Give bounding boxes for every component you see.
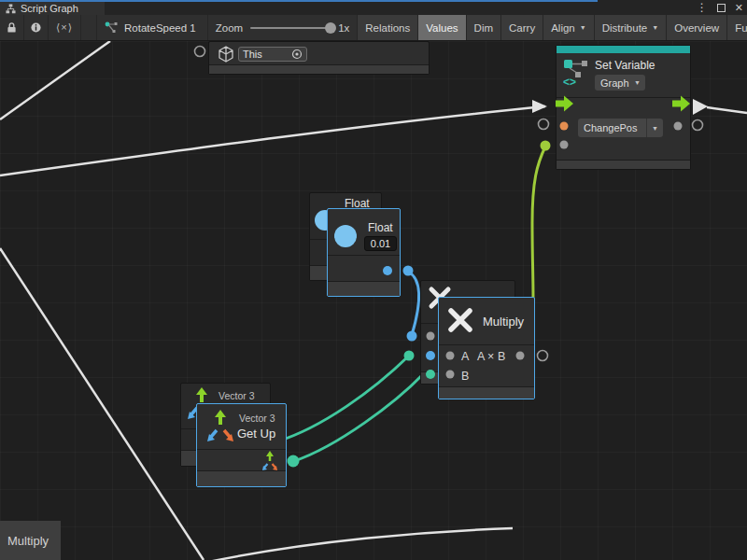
graph-canvas[interactable]: Multiply Float Float 0.01 [0, 41, 747, 560]
code-brackets-icon: ⟨×⟩ [56, 21, 73, 34]
flow-wire-bottom [200, 528, 513, 560]
variable-name-value: ChangePos [578, 122, 646, 133]
fullscreen-button[interactable]: Full Screen [727, 15, 747, 40]
dim-label: Dim [474, 22, 493, 34]
vector3-type-label: Vector 3 [218, 390, 255, 401]
window-menu-icon[interactable]: ⋮ [697, 2, 708, 14]
chevron-down-icon: ▼ [634, 75, 645, 91]
set-variable-icon: <> [562, 58, 590, 88]
multiply-node[interactable]: Multiply A A × B B [438, 297, 535, 399]
align-label: Align [551, 22, 575, 34]
relations-label: Relations [365, 22, 410, 34]
this-object-field[interactable]: This [238, 47, 307, 62]
overview-label: Overview [674, 22, 719, 34]
edit-graph-button[interactable]: ⟨×⟩ [49, 15, 81, 40]
graph-breadcrumb[interactable]: RotateSpeed 1 [97, 15, 208, 40]
distribute-button[interactable]: Distribute ▼ [595, 15, 668, 40]
align-button[interactable]: Align ▼ [543, 15, 595, 40]
vector3-type-label: Vector 3 [239, 413, 275, 424]
chevron-down-icon: ▼ [580, 24, 586, 31]
zoom-slider-handle[interactable] [325, 22, 336, 34]
multiply-icon [446, 306, 474, 334]
overview-button[interactable]: Overview [667, 15, 727, 40]
window-maximize-icon[interactable] [717, 4, 726, 12]
set-variable-title: Set Variable [595, 59, 655, 72]
variable-kind-dropdown[interactable]: Graph ▼ [595, 75, 645, 91]
setvariable-left-port[interactable] [539, 119, 549, 130]
relations-button[interactable]: Relations [358, 15, 418, 40]
carry-label: Carry [509, 22, 535, 34]
flow-wire-to-setvariable [0, 106, 545, 175]
wire-start-blue [403, 266, 414, 276]
vector3-icon [204, 409, 236, 444]
value-wire-getup-to-multiply-front [294, 375, 422, 461]
script-machine-icon [105, 21, 119, 34]
script-graph-window: Script Graph ⋮ ✕ ⟨×⟩ [0, 0, 747, 560]
output-axb-label: A × B [477, 350, 505, 363]
dim-button[interactable]: Dim [467, 15, 501, 40]
flow-arrowhead-out [693, 99, 708, 115]
carry-button[interactable]: Carry [501, 15, 543, 40]
graph-name-label: RotateSpeed 1 [124, 22, 196, 34]
wire-end-blue [407, 331, 417, 342]
object-picker-icon[interactable] [291, 49, 303, 60]
getup-node-title: Get Up [237, 427, 275, 441]
flow-arrowhead-in [532, 100, 547, 113]
wire-start-teal [288, 455, 300, 468]
tab-title: Script Graph [21, 3, 78, 14]
values-button[interactable]: Values [418, 15, 466, 40]
lock-button[interactable] [0, 15, 24, 40]
title-bar: Script Graph ⋮ ✕ [0, 0, 747, 15]
zoom-label: Zoom [216, 22, 243, 34]
float-value-input[interactable]: 0.01 [364, 236, 397, 251]
this-node[interactable]: This [208, 41, 430, 75]
tab-script-graph[interactable]: Script Graph [0, 2, 105, 15]
graph-icon [6, 4, 16, 14]
lock-icon [7, 21, 17, 34]
tooltip-label: Multiply [7, 534, 49, 548]
graph-toolbar: ⟨×⟩ RotateSpeed 1 Zoom 1x Relations Valu… [0, 15, 747, 41]
multiply-right-port[interactable] [538, 351, 548, 361]
value-wire-getup-to-multiply-back [277, 357, 408, 441]
variable-accent-bar [557, 46, 690, 53]
value-wire-multiply-to-setvariable [532, 147, 545, 300]
set-variable-node[interactable]: <> Set Variable Graph ▼ ChangePos ▼ [556, 45, 691, 170]
wire-end-teal [404, 351, 415, 361]
inspect-button[interactable] [24, 15, 49, 40]
info-icon [31, 21, 41, 34]
this-field-value: This [243, 49, 262, 60]
zoom-slider[interactable] [250, 27, 331, 29]
zoom-control: Zoom 1x [208, 15, 359, 40]
fullscreen-label: Full Screen [735, 22, 747, 34]
this-node-left-port[interactable] [195, 47, 205, 57]
zoom-value: 1x [338, 22, 349, 34]
toolbar-spacer [81, 15, 97, 40]
chevron-down-icon: ▼ [652, 24, 658, 31]
flow-wire-from-setvariable [707, 107, 747, 113]
flow-wire-bottomleft [0, 248, 204, 560]
flow-wire-topleft [0, 41, 110, 119]
wire-end-lime [541, 141, 551, 151]
port-b-label: B [461, 370, 469, 383]
setvariable-right-port[interactable] [693, 120, 703, 131]
float-icon [334, 225, 357, 247]
float-node-title: Float [368, 221, 393, 234]
variable-kind-value: Graph [595, 77, 634, 89]
node-tooltip: Multiply [0, 521, 61, 560]
chevron-down-icon: ▼ [646, 119, 663, 137]
getup-node[interactable]: Vector 3 Get Up [196, 403, 287, 487]
values-label: Values [426, 22, 458, 34]
variable-name-dropdown[interactable]: ChangePos ▼ [578, 119, 663, 137]
window-close-icon[interactable]: ✕ [735, 2, 743, 13]
float-node[interactable]: Float 0.01 [327, 208, 401, 297]
multiply-node-title: Multiply [483, 315, 524, 329]
cube-icon [218, 46, 234, 63]
value-wire-float-to-multiply [408, 272, 419, 335]
angle-brackets-glyph: <> [563, 76, 576, 88]
port-a-label: A [461, 350, 469, 363]
distribute-label: Distribute [602, 22, 648, 34]
